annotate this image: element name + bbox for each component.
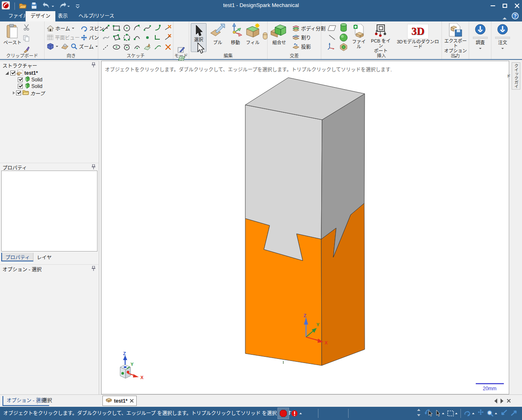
doc-tab-label: test1* xyxy=(114,398,128,404)
tab-scroll-right-icon[interactable] xyxy=(501,399,503,403)
download-3d-model-button[interactable]: 3D 3Dモデルのダウンロード xyxy=(395,24,441,49)
order-button[interactable]: 注文 xyxy=(494,24,512,50)
insert-cylinder-button[interactable] xyxy=(339,23,348,34)
home-view-button[interactable]: ホーム xyxy=(47,25,74,32)
title-bar: test1 - DesignSpark Mechanical xyxy=(0,0,522,11)
viewport[interactable]: オブジェクトをクリックします。ダブルクリックして、エッジループを選択します。トリ… xyxy=(101,61,509,394)
insert-file-button[interactable]: ファイル xyxy=(350,24,368,49)
tab-bar-close-icon[interactable] xyxy=(507,399,510,403)
sketch-point-button[interactable] xyxy=(142,33,152,42)
insert-axes-button[interactable] xyxy=(327,42,335,52)
sketch-view-button[interactable] xyxy=(61,43,69,50)
sketch-bend-button[interactable] xyxy=(152,42,163,52)
pan-view-button[interactable] xyxy=(477,409,484,418)
view-mode-button[interactable] xyxy=(47,43,58,50)
sketch-center-arc-button[interactable] xyxy=(132,42,142,52)
tree-item-root[interactable]: test1* xyxy=(5,70,38,76)
zoom-out-arrow-icon[interactable] xyxy=(500,410,508,418)
split-button[interactable]: 割り xyxy=(292,34,311,41)
select-tool-status-button[interactable] xyxy=(436,410,444,417)
insert-line-button[interactable] xyxy=(329,34,335,42)
sketch-spline-button[interactable] xyxy=(142,23,152,33)
sketch-three-point-rectangle-button[interactable] xyxy=(111,33,121,42)
help-icon[interactable]: ? xyxy=(512,12,519,19)
combine-button[interactable]: 組合せ xyxy=(269,23,289,45)
sketch-delete-button[interactable] xyxy=(163,42,173,52)
sketch-tangent-arc-button[interactable] xyxy=(132,23,142,33)
insert-sphere-button[interactable] xyxy=(339,33,348,43)
ribbon-group-order: 注文 xyxy=(491,21,514,59)
plan-view-button[interactable]: 平面ビュー xyxy=(47,34,80,41)
sketch-projection-button[interactable] xyxy=(142,42,152,52)
stop-button[interactable] xyxy=(278,408,289,419)
copy-button[interactable] xyxy=(23,35,30,43)
investigate-button[interactable]: 調査 xyxy=(471,24,489,50)
sketch-arc-button[interactable] xyxy=(132,33,142,42)
sketch-spline-edit-button[interactable] xyxy=(101,33,111,42)
curves-checkbox[interactable] xyxy=(16,90,21,95)
sketch-construction-line-button[interactable] xyxy=(101,42,111,52)
document-tab-test1[interactable]: test1* xyxy=(102,396,137,406)
insert-shell-button[interactable] xyxy=(339,43,348,53)
tree-item-solid-2[interactable]: Solid xyxy=(18,83,43,90)
close-button[interactable] xyxy=(515,3,520,8)
pull-tool-button[interactable]: プル xyxy=(209,23,226,45)
split-body-button[interactable]: ボディ分割 xyxy=(292,25,325,32)
solid1-checkbox[interactable] xyxy=(18,77,23,82)
error-dropdown-icon[interactable] xyxy=(299,413,302,414)
sketch-circle-button[interactable] xyxy=(121,23,132,33)
zoom-in-arrow-icon[interactable] xyxy=(510,410,518,418)
sketch-trim-button[interactable] xyxy=(163,23,173,33)
sketch-three-point-circle-button[interactable] xyxy=(121,33,132,42)
box-select-button[interactable] xyxy=(447,411,458,416)
view-triad[interactable]: Z Y X xyxy=(120,351,144,380)
sketch-create-corner-button[interactable] xyxy=(152,33,163,42)
sketch-ellipse-button[interactable] xyxy=(111,42,121,52)
move-tool-button[interactable]: 移動 xyxy=(227,23,244,45)
zoom-view-button[interactable] xyxy=(487,410,497,417)
tab-design[interactable]: デザイン xyxy=(26,11,55,21)
mouse-cursor xyxy=(197,43,205,54)
project-button[interactable]: 投影 xyxy=(292,43,311,50)
tree-item-solid-1[interactable]: Solid xyxy=(18,76,43,83)
sketch-sweep-arc-button[interactable] xyxy=(152,23,163,33)
pan-button[interactable]: パン xyxy=(81,34,99,41)
spin-view-button[interactable] xyxy=(464,410,475,417)
tab-layers[interactable]: レイヤ xyxy=(33,253,55,261)
doc-tab-close-icon[interactable] xyxy=(130,399,133,403)
sketch-split-button[interactable] xyxy=(163,33,173,42)
root-checkbox[interactable] xyxy=(10,71,15,76)
zoom-button[interactable]: ズーム xyxy=(71,43,98,50)
expander-collapsed-icon[interactable] xyxy=(13,91,15,95)
tab-view[interactable]: 表示 xyxy=(53,11,73,21)
tab-properties[interactable]: プロパティ xyxy=(1,253,33,261)
cut-button[interactable] xyxy=(23,24,30,32)
sketch-line-button[interactable] xyxy=(101,23,111,33)
quick-guide-tab[interactable]: クイックガイド xyxy=(512,62,520,90)
bottom-tab-select[interactable]: 選択 xyxy=(39,396,55,406)
insert-plane-button[interactable] xyxy=(328,25,336,33)
pin-icon[interactable] xyxy=(92,164,95,171)
fill-tool-button[interactable]: フィル xyxy=(244,23,261,45)
pcb-import-button[interactable]: PCB をインポート xyxy=(369,24,392,53)
options-panel-title: オプション - 選択 xyxy=(2,267,42,273)
minimize-button[interactable] xyxy=(491,5,495,6)
pin-icon[interactable] xyxy=(92,62,95,69)
sketch-rectangle-button[interactable] xyxy=(111,23,121,33)
model-canvas[interactable]: Z Y X Z Y X 20mm xyxy=(102,61,509,394)
tab-scroll-left-icon[interactable] xyxy=(494,399,497,403)
paste-button[interactable]: ペースト xyxy=(3,24,21,45)
collapse-ribbon-icon[interactable] xyxy=(502,17,507,20)
sketch-tangent-circle-button[interactable] xyxy=(121,42,132,52)
investigate-icon xyxy=(475,24,486,35)
tree-item-curves[interactable]: カーブ xyxy=(13,90,45,96)
error-indicator[interactable] xyxy=(291,410,302,417)
maximize-button[interactable] xyxy=(503,4,507,8)
scroll-updown-icon[interactable] xyxy=(417,409,421,418)
expander-expanded-icon[interactable] xyxy=(5,71,9,75)
solid2-checkbox[interactable] xyxy=(18,84,23,89)
select-previous-icon[interactable] xyxy=(424,409,433,418)
tree-curves-label: カーブ xyxy=(30,90,45,97)
pin-icon[interactable] xyxy=(92,266,95,272)
tab-help-resources[interactable]: ヘルプ/リソース xyxy=(74,11,119,21)
